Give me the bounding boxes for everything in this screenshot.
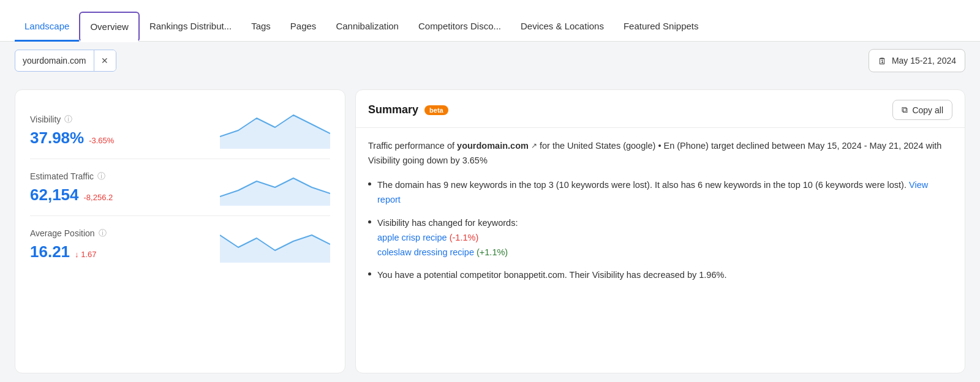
metric-value-1: 62,154-8,256.2	[30, 185, 220, 204]
metric-label-1: Estimated Traffic ⓘ	[30, 171, 220, 182]
navigation-bar: LandscapeOverviewRankings Distribut...Ta…	[0, 0, 980, 42]
bullet-list: The domain has 9 new keywords in the top…	[368, 178, 952, 283]
date-picker[interactable]: 🗓 May 15-21, 2024	[869, 49, 965, 72]
date-range-label: May 15-21, 2024	[892, 56, 956, 66]
metric-label-0: Visibility ⓘ	[30, 114, 220, 125]
copy-icon: ⧉	[902, 105, 908, 115]
info-icon-2: ⓘ	[99, 228, 107, 239]
info-icon-0: ⓘ	[64, 114, 72, 125]
metric-main-value-0: 37.98%	[30, 129, 84, 148]
metric-change-1: -8,256.2	[84, 193, 113, 202]
metric-left-2: Average Position ⓘ16.21↓ 1.67	[30, 228, 220, 261]
metric-left-1: Estimated Traffic ⓘ62,154-8,256.2	[30, 171, 220, 204]
domain-filter: yourdomain.com ✕	[15, 50, 116, 72]
metrics-panel: Visibility ⓘ37.98%-3.65%Estimated Traffi…	[15, 89, 345, 373]
bullet-text-3: You have a potential competitor bonappet…	[377, 268, 952, 283]
metric-left-0: Visibility ⓘ37.98%-3.65%	[30, 114, 220, 148]
bullet-dot-1	[368, 182, 371, 185]
coleslaw-change: (+1.1%)	[477, 247, 508, 257]
metric-change-0: -3.65%	[89, 136, 114, 145]
keyword-apple: apple crisp recipe (-1.1%)	[377, 231, 952, 245]
external-link-icon[interactable]: ↗	[531, 141, 537, 150]
bullet-item-1: The domain has 9 new keywords in the top…	[368, 178, 952, 208]
nav-tab-featured[interactable]: Featured Snippets	[614, 12, 709, 42]
sparkline-1	[220, 169, 330, 206]
metric-row-2: Average Position ⓘ16.21↓ 1.67	[30, 216, 330, 272]
main-content: Visibility ⓘ37.98%-3.65%Estimated Traffi…	[0, 80, 980, 382]
sparkline-2	[220, 226, 330, 263]
metric-label-text-1: Estimated Traffic	[30, 171, 94, 181]
calendar-icon: 🗓	[878, 56, 887, 66]
sparkline-0	[220, 112, 330, 149]
keyword-coleslaw-link[interactable]: coleslaw dressing recipe	[377, 247, 474, 257]
keyword-coleslaw: coleslaw dressing recipe (+1.1%)	[377, 245, 952, 260]
bullet-text-1: The domain has 9 new keywords in the top…	[377, 178, 952, 208]
metric-change-2: ↓ 1.67	[75, 250, 96, 259]
summary-title-row: Summary beta	[368, 103, 448, 116]
summary-body: Traffic performance of yourdomain.com ↗ …	[356, 128, 965, 373]
metric-main-value-1: 62,154	[30, 185, 79, 204]
nav-tab-tags[interactable]: Tags	[241, 12, 281, 42]
summary-header: Summary beta ⧉ Copy all	[356, 90, 965, 128]
metric-label-text-0: Visibility	[30, 114, 61, 124]
metric-label-text-2: Average Position	[30, 228, 95, 238]
bullet-dot-2	[368, 220, 371, 223]
keyword-apple-link[interactable]: apple crisp recipe	[377, 233, 447, 242]
bullet-text-2: Visibility has changed for keywords: app…	[377, 216, 952, 260]
nav-tab-pages[interactable]: Pages	[281, 12, 326, 42]
domain-label: yourdomain.com	[15, 56, 94, 66]
bullet-dot-3	[368, 272, 371, 275]
summary-panel: Summary beta ⧉ Copy all Traffic performa…	[355, 89, 965, 373]
metric-main-value-2: 16.21	[30, 242, 70, 261]
nav-tab-overview[interactable]: Overview	[79, 12, 140, 42]
view-report-link[interactable]: View report	[377, 180, 928, 204]
summary-title: Summary	[368, 103, 418, 116]
toolbar: yourdomain.com ✕ 🗓 May 15-21, 2024	[0, 42, 980, 80]
copy-all-button[interactable]: ⧉ Copy all	[892, 100, 952, 120]
metric-value-0: 37.98%-3.65%	[30, 129, 220, 148]
metric-label-2: Average Position ⓘ	[30, 228, 220, 239]
nav-tab-devices[interactable]: Devices & Locations	[511, 12, 614, 42]
domain-close-button[interactable]: ✕	[94, 50, 116, 72]
nav-tab-landscape[interactable]: Landscape	[15, 12, 79, 42]
apple-change: (-1.1%)	[450, 233, 479, 242]
nav-tab-competitors[interactable]: Competitors Disco...	[409, 12, 511, 42]
domain-bold: yourdomain.com	[457, 141, 529, 151]
metric-value-2: 16.21↓ 1.67	[30, 242, 220, 261]
metric-row-1: Estimated Traffic ⓘ62,154-8,256.2	[30, 159, 330, 216]
nav-tab-cannibalization[interactable]: Cannibalization	[326, 12, 409, 42]
beta-badge: beta	[424, 105, 448, 115]
info-icon-1: ⓘ	[97, 171, 105, 182]
copy-all-label: Copy all	[912, 105, 943, 115]
summary-intro: Traffic performance of yourdomain.com ↗ …	[368, 139, 952, 168]
nav-tab-rankings[interactable]: Rankings Distribut...	[140, 12, 241, 42]
bullet-item-3: You have a potential competitor bonappet…	[368, 268, 952, 283]
metric-row-0: Visibility ⓘ37.98%-3.65%	[30, 102, 330, 159]
bullet-item-2: Visibility has changed for keywords: app…	[368, 216, 952, 260]
